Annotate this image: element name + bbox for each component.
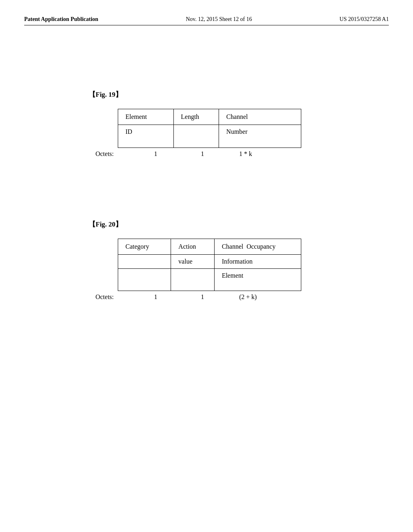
header-patent-number: US 2015/0327258 A1 (340, 16, 389, 23)
fig19-octet-val1: 1 (147, 150, 194, 158)
fig19-octets-values: 1 1 1 * k (147, 150, 301, 158)
fig19-bracket-open: 【 (89, 91, 96, 98)
fig20-octet-val3: (2 + k) (232, 293, 301, 301)
fig19-col1-sub: ID (118, 125, 174, 148)
fig20-octet-val1: 1 (147, 293, 194, 301)
fig20-header-row: Category Action Channel Occupancy (118, 239, 301, 255)
fig19-bracket-close: 】 (115, 91, 122, 98)
fig20-bracket-open: 【 (89, 220, 96, 228)
fig20-bracket-close: 】 (115, 220, 122, 228)
fig20-col2-header: Action (171, 239, 215, 255)
fig20-col1-sub2 (118, 269, 171, 291)
fig20-label-text: Fig. 20 (96, 220, 115, 228)
fig20-table-with-octets: Category Action Channel Occupancy value … (118, 239, 301, 301)
fig20-subheader-row2: Element (118, 269, 301, 291)
fig19-col2-header: Length (173, 109, 219, 125)
fig19-label: 【Fig. 19】 (89, 90, 389, 99)
fig19-octet-val2: 1 (194, 150, 232, 158)
fig20-col2-sub1: value (171, 255, 215, 269)
header-publication: Patent Application Publication (24, 16, 98, 23)
fig19-col3-header: Channel (219, 109, 301, 125)
fig19-octets-label: Octets: (89, 150, 118, 158)
fig20-col3-header: Channel Occupancy (214, 239, 301, 255)
fig19-label-text: Fig. 19 (96, 91, 115, 98)
fig20-col1-header: Category (118, 239, 171, 255)
fig20-table: Category Action Channel Occupancy value … (118, 239, 301, 291)
page: Patent Application Publication Nov. 12, … (0, 0, 413, 532)
fig20-octet-val2: 1 (194, 293, 232, 301)
fig19-table-wrapper: Element Length Channel ID Number Octets: (89, 109, 389, 171)
fig19-section: 【Fig. 19】 Element Length Channel ID Numb… (89, 90, 389, 171)
fig20-table-wrapper: Category Action Channel Occupancy value … (89, 239, 389, 301)
fig19-octets-label-spacer (89, 109, 118, 171)
fig20-col1-sub1 (118, 255, 171, 269)
fig20-col3-sub1: Information (214, 255, 301, 269)
fig20-section: 【Fig. 20】 Category Action Channel Occupa… (89, 220, 389, 301)
fig20-octets-values: 1 1 (2 + k) (147, 293, 301, 301)
fig20-octets-section: Octets: 1 1 (2 + k) (118, 293, 301, 301)
fig20-label: 【Fig. 20】 (89, 220, 389, 229)
fig19-table-with-octets: Element Length Channel ID Number Octets: (118, 109, 301, 158)
fig20-octets-label: Octets: (89, 293, 118, 301)
fig19-octets-section: Octets: 1 1 1 * k (118, 150, 301, 158)
fig19-subheader-row: ID Number (118, 125, 301, 148)
fig19-col3-sub: Number (219, 125, 301, 148)
fig19-table: Element Length Channel ID Number (118, 109, 301, 148)
header-date-sheet: Nov. 12, 2015 Sheet 12 of 16 (186, 16, 252, 23)
fig20-col2-sub2 (171, 269, 215, 291)
fig20-col3-sub2: Element (214, 269, 301, 291)
fig19-col2-sub (173, 125, 219, 148)
fig19-header-row: Element Length Channel (118, 109, 301, 125)
fig19-octet-val3: 1 * k (232, 150, 301, 158)
page-header: Patent Application Publication Nov. 12, … (24, 16, 389, 25)
fig20-subheader-row1: value Information (118, 255, 301, 269)
fig19-col1-header: Element (118, 109, 174, 125)
